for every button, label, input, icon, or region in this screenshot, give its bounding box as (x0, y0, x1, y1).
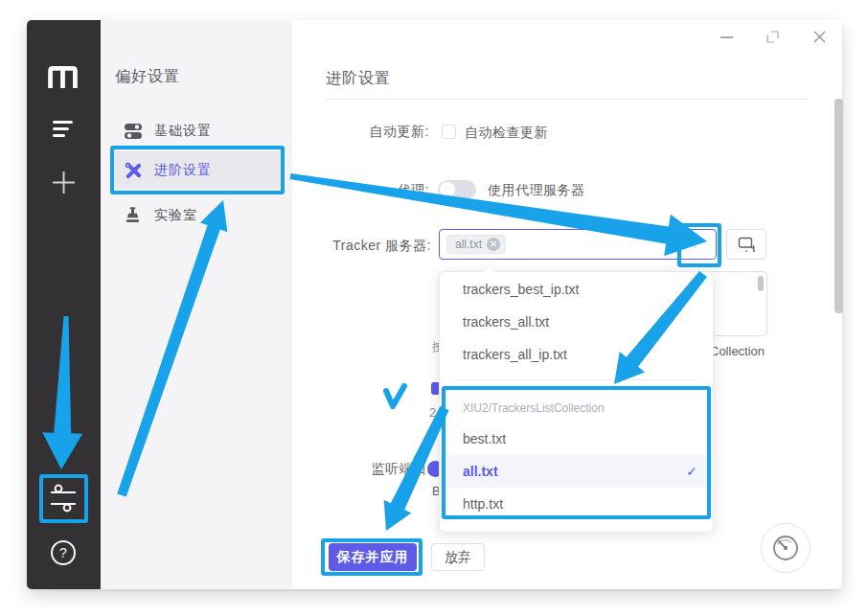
listen-port-label: 监听端口: (316, 461, 431, 478)
preferences-title: 偏好设置 (115, 67, 180, 87)
toggles-icon (124, 124, 142, 139)
motrix-logo (48, 66, 78, 92)
close-icon (813, 31, 826, 43)
add-task-icon[interactable] (52, 171, 76, 198)
tracker-label: Tracker 服务器: (316, 238, 431, 255)
text-sliver-fragment: 按〈 (432, 341, 439, 368)
main-scrollbar[interactable] (834, 99, 843, 313)
page-title: 进阶设置 (326, 69, 391, 89)
minimize-icon (720, 36, 733, 38)
annotation-box-save-button (321, 538, 423, 576)
maximize-icon (766, 31, 779, 43)
auto-update-checkbox-label[interactable]: 自动检查更新 (465, 125, 548, 142)
question-icon: ? (59, 545, 67, 560)
discard-button[interactable]: 放弃 (431, 543, 485, 571)
dropdown-option[interactable]: trackers_all.txt (440, 306, 715, 338)
number-fragment: 2 (429, 405, 436, 420)
proxy-toggle-label[interactable]: 使用代理服务器 (488, 182, 585, 199)
help-button[interactable]: ? (51, 540, 76, 565)
tag-label: all.txt (455, 238, 482, 251)
tag-remove-icon[interactable]: ✕ (487, 238, 500, 251)
toggle-knob (440, 182, 455, 197)
annotation-box-chevron (677, 223, 721, 267)
textarea-scrollbar[interactable] (758, 276, 764, 291)
annotation-box-advanced-item (110, 146, 285, 194)
close-button[interactable] (811, 28, 828, 45)
annotation-box-preferences-icon (39, 474, 88, 523)
sidebar-item-label: 实验室 (154, 207, 197, 224)
sync-trackers-button[interactable] (726, 229, 766, 260)
sidebar-item-basic[interactable]: 基础设置 (114, 112, 281, 149)
app-canvas: ? 偏好设置 基础设置 进阶设置 实验室 进阶设置 自动更新: 自动检查更新 代… (0, 0, 868, 616)
preferences-sidebar (101, 20, 292, 589)
proxy-toggle[interactable] (438, 180, 476, 199)
dropdown-option[interactable]: trackers_all_ip.txt (440, 338, 715, 371)
dropdown-option[interactable]: trackers_best_ip.txt (440, 273, 715, 306)
annotation-box-dropdown-group (442, 386, 711, 519)
dropdown-divider (456, 379, 698, 380)
task-list-icon[interactable] (53, 121, 74, 141)
collection-label-fragment: Collection (710, 344, 765, 358)
maximize-button[interactable] (764, 28, 781, 45)
sync-icon (738, 237, 755, 252)
proxy-label: 代理: (316, 182, 429, 199)
speedometer-icon (769, 532, 802, 564)
auto-update-checkbox[interactable] (442, 125, 456, 139)
letter-fragment: B (432, 484, 439, 499)
sidebar-item-label: 基础设置 (154, 123, 212, 140)
tracker-tag: all.txt ✕ (446, 235, 506, 254)
auto-update-label: 自动更新: (316, 124, 429, 141)
sidebar-item-lab[interactable]: 实验室 (114, 196, 281, 234)
minimize-button[interactable] (718, 29, 735, 46)
tracker-select[interactable]: all.txt ✕ (439, 229, 717, 260)
speed-limit-button[interactable] (761, 523, 811, 573)
stamp-icon (124, 207, 142, 223)
discard-label: 放弃 (445, 549, 471, 566)
title-divider (326, 99, 809, 100)
